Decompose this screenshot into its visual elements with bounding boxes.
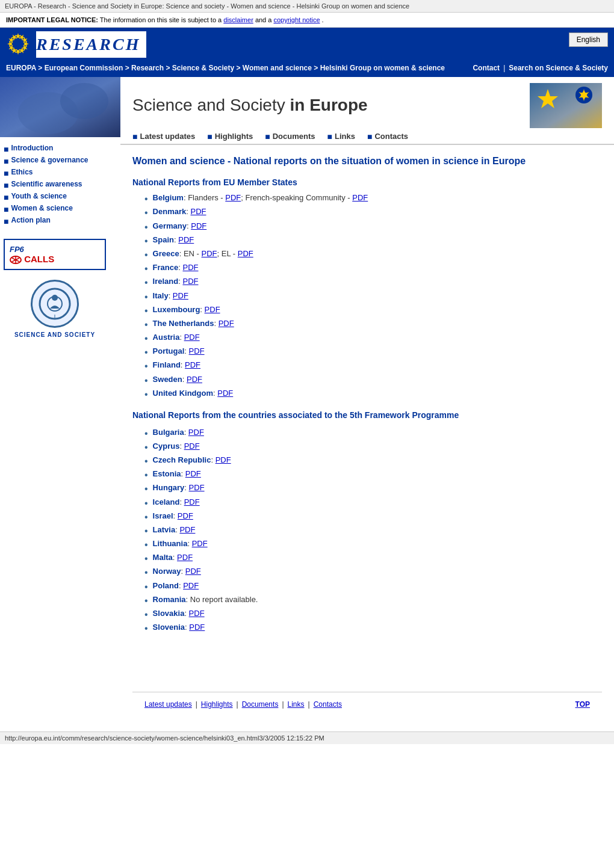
- contact-link[interactable]: Contact: [473, 64, 500, 72]
- country-rest: : PDF: [184, 428, 204, 437]
- tab-latest-updates[interactable]: ■ Latest updates: [132, 132, 195, 144]
- list-item: Slovakia : PDF: [144, 609, 602, 620]
- sep: |: [503, 64, 505, 72]
- tab-documents[interactable]: ■ Documents: [265, 132, 315, 144]
- fp6-text-area: FP6 CALLS: [10, 245, 54, 264]
- country-name: Slovakia: [153, 609, 185, 618]
- top-link[interactable]: TOP: [575, 700, 590, 709]
- pdf-link[interactable]: PDF: [185, 360, 200, 369]
- country-rest: : PDF: [213, 389, 233, 398]
- footer-links-link[interactable]: Links: [288, 700, 305, 709]
- sidebar-item-women-science[interactable]: ■ Women & science: [4, 204, 120, 214]
- sidebar-item-youth-science[interactable]: ■ Youth & science: [4, 192, 120, 202]
- pdf-link[interactable]: PDF: [217, 389, 233, 398]
- tab-label: Links: [335, 132, 355, 141]
- pdf-link[interactable]: PDF: [225, 193, 241, 202]
- country-rest: : No report available.: [186, 595, 258, 604]
- sidebar-item-introduction[interactable]: ■ Introduction: [4, 144, 120, 154]
- list-item: Cyprus : PDF: [144, 442, 602, 453]
- pdf-link[interactable]: PDF: [352, 193, 368, 202]
- english-button[interactable]: English: [569, 32, 608, 47]
- copyright-link[interactable]: copyright notice: [273, 16, 320, 23]
- nav-bullet: ■: [4, 168, 8, 178]
- nav-link-introduction[interactable]: Introduction: [11, 144, 53, 152]
- pdf-link[interactable]: PDF: [185, 469, 201, 478]
- pdf-link[interactable]: PDF: [182, 263, 198, 272]
- nav-link-scientific-awareness[interactable]: Scientific awareness: [11, 180, 82, 188]
- science-society-circle: [31, 280, 79, 328]
- eu-section-title: National Reports from EU Member States: [132, 177, 602, 187]
- list-item: Portugal : PDF: [144, 346, 602, 358]
- pdf-link[interactable]: PDF: [189, 346, 205, 356]
- pdf-link[interactable]: PDF: [190, 207, 206, 216]
- nav-link-ethics[interactable]: Ethics: [11, 168, 33, 176]
- pdf-link[interactable]: PDF: [177, 553, 193, 562]
- sidebar-item-science-governance[interactable]: ■ Science & governance: [4, 156, 120, 166]
- list-item: Hungary : PDF: [144, 483, 602, 494]
- page-title: Women and science - National reports on …: [132, 155, 602, 168]
- sidebar-item-ethics[interactable]: ■ Ethics: [4, 168, 120, 178]
- country-name: Bulgaria: [153, 428, 184, 437]
- country-rest: : Flanders - PDF; French-speaking Commun…: [184, 193, 368, 202]
- country-rest: : PDF: [211, 455, 231, 464]
- list-item: Iceland : PDF: [144, 497, 602, 509]
- country-rest: : PDF: [187, 539, 207, 548]
- tab-label: Highlights: [215, 132, 253, 141]
- country-name: Israel: [153, 511, 173, 520]
- pdf-link[interactable]: PDF: [173, 291, 188, 300]
- pdf-link[interactable]: PDF: [182, 277, 198, 286]
- pdf-link[interactable]: PDF: [187, 375, 202, 384]
- footer-highlights-link[interactable]: Highlights: [201, 700, 233, 709]
- pdf-link[interactable]: PDF: [184, 497, 200, 506]
- pdf-link[interactable]: PDF: [189, 483, 205, 492]
- country-name: Romania: [153, 595, 186, 604]
- pdf-link[interactable]: PDF: [216, 455, 231, 464]
- assoc-country-list: Bulgaria : PDF Cyprus : PDF Czech Republ…: [132, 428, 602, 635]
- pdf-link[interactable]: PDF: [185, 567, 201, 576]
- pdf-link[interactable]: PDF: [183, 581, 199, 590]
- sidebar-item-action-plan[interactable]: ■ Action plan: [4, 216, 120, 226]
- pdf-link[interactable]: PDF: [188, 428, 204, 437]
- footer-documents-link[interactable]: Documents: [242, 700, 279, 709]
- pdf-link[interactable]: PDF: [191, 221, 206, 230]
- footer-contacts-link[interactable]: Contacts: [314, 700, 342, 709]
- disclaimer-link[interactable]: disclaimer: [223, 16, 253, 23]
- nav-bullet: ■: [4, 156, 8, 166]
- nav-link-science-governance[interactable]: Science & governance: [11, 156, 88, 164]
- tab-highlights[interactable]: ■ Highlights: [207, 132, 253, 144]
- nav-link-women-science[interactable]: Women & science: [11, 204, 72, 212]
- country-rest: : PDF: [179, 497, 199, 506]
- science-society-label: SCIENCE AND SOCIETY: [4, 331, 106, 338]
- pdf-link[interactable]: PDF: [189, 609, 205, 618]
- sse-title-normal: Science and Society: [132, 96, 285, 114]
- tab-bullet: ■: [327, 132, 332, 141]
- pdf-link[interactable]: PDF: [178, 235, 194, 244]
- country-rest: : PDF: [175, 525, 195, 534]
- nav-link-youth-science[interactable]: Youth & science: [11, 192, 66, 200]
- pdf-link[interactable]: PDF: [189, 623, 205, 632]
- pdf-link[interactable]: PDF: [184, 442, 200, 451]
- search-link[interactable]: Search on Science & Society: [509, 64, 608, 72]
- pdf-link[interactable]: PDF: [202, 249, 217, 258]
- sidebar-item-scientific-awareness[interactable]: ■ Scientific awareness: [4, 180, 120, 190]
- country-rest: : PDF: [184, 346, 204, 356]
- nav-link-action-plan[interactable]: Action plan: [11, 216, 50, 224]
- pdf-link[interactable]: PDF: [178, 511, 193, 520]
- country-rest: : PDF: [179, 581, 199, 590]
- fp6-calls-box[interactable]: FP6 CALLS: [4, 239, 106, 270]
- tab-contacts[interactable]: ■ Contacts: [367, 132, 408, 144]
- list-item: United Kindgom : PDF: [144, 389, 602, 400]
- pdf-link[interactable]: PDF: [184, 333, 200, 342]
- pdf-link[interactable]: PDF: [238, 249, 253, 258]
- svg-point-20: [40, 289, 70, 319]
- country-name: Denmark: [153, 207, 187, 216]
- footer-latest-updates-link[interactable]: Latest updates: [144, 700, 192, 709]
- pdf-link[interactable]: PDF: [179, 525, 195, 534]
- country-name: Iceland: [153, 497, 180, 506]
- country-rest: : PDF: [184, 609, 204, 618]
- country-name: Cyprus: [153, 442, 180, 451]
- pdf-link[interactable]: PDF: [219, 319, 234, 328]
- pdf-link[interactable]: PDF: [192, 539, 208, 548]
- pdf-link[interactable]: PDF: [205, 305, 220, 314]
- tab-links[interactable]: ■ Links: [327, 132, 355, 144]
